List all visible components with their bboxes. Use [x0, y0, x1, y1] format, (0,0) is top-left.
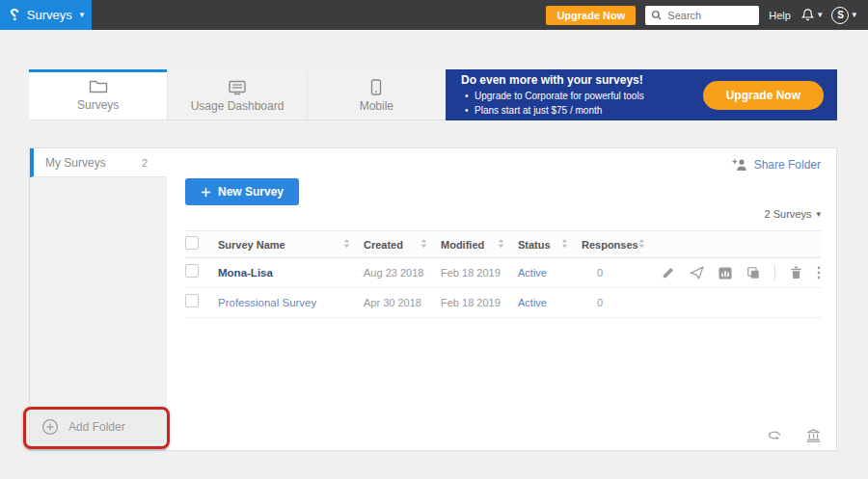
responses-count: 0 [582, 267, 641, 279]
chevron-down-icon: ▾ [816, 210, 821, 219]
tab-label: Surveys [77, 98, 119, 112]
created-date: Apr 30 2018 [364, 297, 441, 308]
tab-mobile[interactable]: Mobile [307, 69, 446, 120]
restore-icon[interactable] [767, 429, 783, 442]
survey-count-dropdown[interactable]: 2 Surveys ▾ [765, 208, 821, 220]
sort-icon[interactable] [561, 238, 568, 251]
panel-footer-icons [767, 429, 821, 442]
table-row: Professional Survey Apr 30 2018 Feb 18 2… [185, 288, 821, 318]
header-status[interactable]: Status [518, 238, 582, 251]
app-window: ? Surveys ▾ Upgrade Now Help ▾ S ▾ [0, 0, 868, 479]
banner-title: Do even more with your surveys! [461, 73, 644, 87]
modified-date: Feb 18 2019 [441, 297, 518, 308]
banner-bullet: Upgrade to Corporate for powerful tools [461, 89, 644, 103]
plus-icon [201, 187, 211, 198]
notifications-menu[interactable]: ▾ [800, 8, 823, 22]
archive-bank-icon[interactable] [806, 429, 821, 442]
surveys-menu[interactable]: ? Surveys ▾ [0, 0, 92, 30]
header-label: Survey Name [218, 239, 285, 251]
header-created[interactable]: Created [364, 238, 441, 251]
person-plus-icon [732, 158, 748, 172]
header-label: Created [364, 239, 403, 251]
bell-icon [800, 8, 815, 22]
report-chart-icon[interactable] [719, 267, 732, 279]
header-label: Responses [582, 239, 638, 251]
sort-icon[interactable] [420, 238, 427, 251]
search-input[interactable] [667, 10, 749, 21]
plus-circle-icon [41, 418, 59, 436]
sort-icon[interactable] [343, 238, 350, 251]
chevron-down-icon: ▾ [80, 11, 85, 19]
sidebar-item-my-surveys[interactable]: My Surveys 2 [30, 148, 167, 177]
created-date: Aug 23 2018 [364, 267, 441, 279]
banner-upgrade-button[interactable]: Upgrade Now [703, 81, 824, 110]
folders-sidebar: My Surveys 2 Add Folder [30, 148, 167, 450]
delete-icon[interactable] [790, 266, 802, 279]
modified-date: Feb 18 2019 [441, 267, 518, 279]
section-tabs: Surveys Usage Dashboard Mobile [29, 69, 446, 120]
add-folder-button[interactable]: Add Folder [30, 411, 167, 443]
header-label: Status [518, 239, 551, 251]
dashboard-icon [228, 80, 247, 95]
share-folder-label: Share Folder [754, 158, 821, 172]
survey-name-link[interactable]: Professional Survey [218, 297, 364, 308]
promo-banner: Do even more with your surveys! Upgrade … [446, 69, 837, 120]
survey-count-label: 2 Surveys [765, 208, 812, 220]
tab-surveys[interactable]: Surveys [29, 69, 167, 120]
header-survey-name[interactable]: Survey Name [218, 238, 364, 251]
surveys-panel: My Surveys 2 Add Folder Share Folder [29, 147, 837, 451]
select-all-checkbox[interactable] [185, 236, 199, 250]
folder-name: My Surveys [45, 156, 106, 170]
edit-icon[interactable] [662, 266, 675, 279]
more-options-icon[interactable] [817, 266, 821, 279]
account-menu[interactable]: S ▾ [831, 7, 856, 24]
send-icon[interactable] [690, 266, 704, 279]
chevron-down-icon: ▾ [818, 11, 823, 19]
chevron-down-icon: ▾ [852, 11, 856, 19]
row-checkbox[interactable] [185, 294, 199, 307]
header-label: Modified [441, 239, 484, 251]
sort-icon[interactable] [498, 238, 504, 251]
survey-name-link[interactable]: Mona-Lisa [218, 267, 364, 279]
row-actions [641, 265, 821, 280]
surveys-table: Survey Name Created Modified Status [185, 230, 821, 318]
survey-list-area: Share Folder New Survey 2 Surveys ▾ Surv… [167, 148, 836, 450]
row-checkbox[interactable] [185, 264, 199, 278]
search-icon [651, 10, 663, 21]
mobile-icon [370, 79, 382, 95]
new-survey-label: New Survey [218, 185, 284, 199]
tab-label: Mobile [360, 99, 393, 113]
banner-bullet: Plans start at just $75 / month [461, 103, 644, 118]
header-responses[interactable]: Responses [582, 238, 641, 251]
status-link[interactable]: Active [518, 267, 582, 279]
banner-bullet-list: Upgrade to Corporate for powerful tools … [461, 89, 644, 118]
surveys-menu-label: Surveys [27, 8, 72, 22]
table-header-row: Survey Name Created Modified Status [185, 230, 821, 258]
sort-icon[interactable] [638, 238, 645, 251]
table-row: Mona-Lisa Aug 23 2018 Feb 18 2019 Active… [185, 258, 821, 288]
add-folder-label: Add Folder [68, 420, 125, 434]
divider [774, 265, 775, 280]
responses-count: 0 [582, 297, 641, 308]
top-navigation-bar: ? Surveys ▾ Upgrade Now Help ▾ S ▾ [0, 0, 868, 30]
folder-count-badge: 2 [142, 157, 148, 169]
avatar: S [831, 7, 849, 24]
brand-logo-icon: ? [10, 8, 19, 23]
select-all-checkbox-cell [185, 236, 218, 253]
help-link[interactable]: Help [769, 10, 791, 21]
tab-usage-dashboard[interactable]: Usage Dashboard [167, 69, 306, 120]
header-modified[interactable]: Modified [441, 238, 518, 251]
copy-icon[interactable] [746, 266, 760, 279]
upgrade-now-button[interactable]: Upgrade Now [546, 6, 636, 25]
folder-icon [89, 79, 108, 94]
tab-label: Usage Dashboard [191, 99, 285, 113]
share-folder-link[interactable]: Share Folder [732, 158, 821, 172]
search-box[interactable] [645, 6, 759, 25]
status-link[interactable]: Active [518, 297, 582, 308]
new-survey-button[interactable]: New Survey [185, 178, 299, 205]
